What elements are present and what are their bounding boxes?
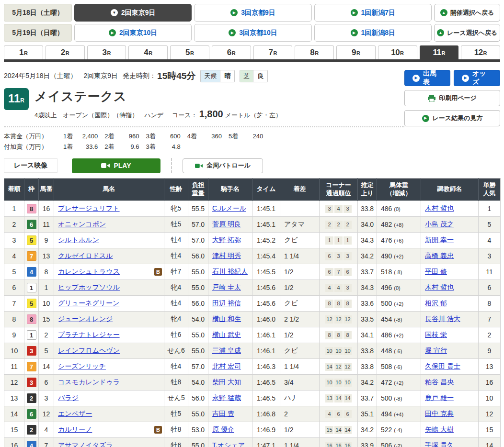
trainer-link[interactable]: 木村 哲也 <box>425 283 454 291</box>
jockey-cell: T.オシェア <box>208 437 252 447</box>
jockey-cell: 柴田 大知 <box>208 374 252 390</box>
jockey-link[interactable]: 北村 宏司 <box>212 362 241 370</box>
trainer-link[interactable]: 国枝 栄 <box>425 331 447 338</box>
race-tab-7r[interactable]: 7R <box>253 45 293 59</box>
horse-name-link[interactable]: レインフロムヘヴン <box>58 346 120 355</box>
trainer-link[interactable]: 堀 宣行 <box>425 346 447 354</box>
trainer-link[interactable]: 木村 哲也 <box>425 204 454 212</box>
corner-position: 8 <box>334 331 343 339</box>
corner-position: 2 <box>334 221 343 229</box>
trainer-link[interactable]: 小島 茂之 <box>425 220 454 228</box>
race-tab-8r[interactable]: 8R <box>295 45 334 59</box>
horse-name-link[interactable]: カレンシュトラウス <box>58 268 120 276</box>
jockey-link[interactable]: 横山 和生 <box>212 315 241 323</box>
frame-number: 8 <box>27 314 36 324</box>
horse-name-link[interactable]: オニャンコポン <box>58 220 106 229</box>
trainer-link[interactable]: 長谷川 浩大 <box>425 315 460 323</box>
meeting-button[interactable]: ▼2回東京9日 <box>74 4 192 22</box>
horse-name-link[interactable]: シーズンリッチ <box>58 362 106 371</box>
entry-table-button[interactable]: ▶ 出馬表 <box>404 70 450 86</box>
patrol-video-button[interactable]: 全周パトロール <box>183 158 263 173</box>
prize-pair: 4着360 <box>181 132 222 141</box>
results-guide-button[interactable]: ▶ レース結果の見方 <box>404 110 500 126</box>
jockey-link[interactable]: 吉田 豊 <box>212 410 234 417</box>
frame-cell: 7 <box>24 248 39 264</box>
jockey-link[interactable]: 横山 武史 <box>212 331 241 338</box>
jockey-link[interactable]: 柴田 大知 <box>212 378 241 386</box>
trainer-cell: 久保田 貴士 <box>421 358 479 374</box>
meeting-button[interactable]: ▶3回京都9日 <box>194 4 311 22</box>
horse-name-link[interactable]: プラチナトレジャー <box>58 331 120 339</box>
sex-age: 牡8 <box>164 422 188 437</box>
prize-pair: 3着600 <box>139 132 180 141</box>
horse-number: 2 <box>39 327 54 343</box>
jockey-link[interactable]: 三浦 皇成 <box>212 346 241 354</box>
trainer-link[interactable]: 相沢 郁 <box>425 299 447 307</box>
horse-name-link[interactable]: カルリーノ <box>58 425 92 434</box>
jockey-link[interactable]: 原 優介 <box>212 425 234 433</box>
meeting-button[interactable]: ▶1回新潟8日 <box>314 24 432 42</box>
frame-number: 6 <box>27 409 36 419</box>
weather-value: 晴 <box>220 70 234 82</box>
race-tab-2r[interactable]: 2R <box>46 45 85 59</box>
meeting-button[interactable]: ▶1回新潟7日 <box>314 4 432 22</box>
corner-position: 15 <box>325 426 333 434</box>
race-tab-12r[interactable]: 12R <box>461 45 500 59</box>
finish-time: 1:46.5 <box>252 390 280 406</box>
win-popularity: 3 <box>479 248 501 264</box>
horse-name-link[interactable]: ジューンオレンジ <box>58 315 113 324</box>
horse-name-link[interactable]: コスモカレンドゥラ <box>58 378 120 387</box>
odds-button[interactable]: ▶ オッズ <box>454 70 500 86</box>
race-tab-10r[interactable]: 10R <box>378 45 417 59</box>
sex-age: 牡5 <box>164 406 188 422</box>
horse-name-link[interactable]: ヒップホップソウル <box>58 283 120 292</box>
jockey-link[interactable]: C.ルメール <box>212 204 246 212</box>
trainer-link[interactable]: 久保田 貴士 <box>425 362 460 370</box>
trainer-link[interactable]: 鹿戸 雄一 <box>425 394 454 402</box>
trainer-link[interactable]: 田中 克典 <box>425 410 454 417</box>
trainer-link[interactable]: 新開 幸一 <box>425 236 454 244</box>
trainer-link[interactable]: 手塚 貴久 <box>425 441 454 447</box>
corner-position: 1 <box>325 236 333 245</box>
race-tab-11r[interactable]: 11R <box>420 45 459 59</box>
jockey-link[interactable]: 大野 拓弥 <box>212 236 241 244</box>
trainer-link[interactable]: 矢嶋 大樹 <box>425 425 454 433</box>
prize-main-label: 本賞金（万円） <box>4 132 57 141</box>
meeting-button-label: 2回東京10日 <box>119 29 157 37</box>
jockey-link[interactable]: 戸崎 圭太 <box>212 283 241 291</box>
horse-name-link[interactable]: アサマノイタズラ <box>58 441 113 447</box>
win-popularity: 4 <box>479 232 501 248</box>
horse-name-link[interactable]: シルトホルン <box>58 236 99 245</box>
meeting-button[interactable]: ▶3回京都10日 <box>194 24 311 42</box>
horse-name-link[interactable]: プレサージュリフト <box>58 204 120 213</box>
print-page-button[interactable]: 印刷用ページ <box>404 90 500 106</box>
race-tab-6r[interactable]: 6R <box>212 45 251 59</box>
corner-positions: 633 <box>320 248 358 264</box>
jockey-link[interactable]: 石川 裕紀人 <box>212 268 248 275</box>
race-tab-9r[interactable]: 9R <box>336 45 376 59</box>
trainer-link[interactable]: 高橋 義忠 <box>425 252 454 259</box>
jockey-link[interactable]: 田辺 裕信 <box>212 299 241 307</box>
horse-name-link[interactable]: エンペザー <box>58 410 92 418</box>
trainer-link[interactable]: 平田 修 <box>425 268 447 275</box>
meeting-button[interactable]: ▶2回東京10日 <box>74 24 192 42</box>
finish-time: 1:45.1 <box>252 216 280 232</box>
jockey-link[interactable]: 永野 猛蔵 <box>212 394 241 402</box>
race-tab-3r[interactable]: 3R <box>87 45 126 59</box>
jockey-link[interactable]: 菅原 明良 <box>212 220 241 228</box>
horse-name-link[interactable]: バラジ <box>58 394 79 402</box>
horse-number: 7 <box>39 437 54 447</box>
horse-name-link[interactable]: グリューネグリーン <box>58 299 119 308</box>
back-button[interactable]: ▲レース選択へ戻る <box>434 24 500 42</box>
jockey-link[interactable]: T.オシェア <box>212 441 245 447</box>
back-button[interactable]: ▲開催選択へ戻る <box>434 4 500 22</box>
trainer-link[interactable]: 粕谷 昌央 <box>425 378 454 386</box>
carried-weight: 55.0 <box>188 343 208 358</box>
race-tab-4r[interactable]: 4R <box>128 45 168 59</box>
race-tab-1r[interactable]: 1R <box>4 45 43 59</box>
race-tab-5r[interactable]: 5R <box>170 45 209 59</box>
play-button[interactable]: PLAY <box>72 158 160 173</box>
horse-name-link[interactable]: クルゼイロドスル <box>58 252 113 260</box>
frame-cell: 4 <box>24 437 39 447</box>
jockey-link[interactable]: 津村 明秀 <box>212 252 241 259</box>
